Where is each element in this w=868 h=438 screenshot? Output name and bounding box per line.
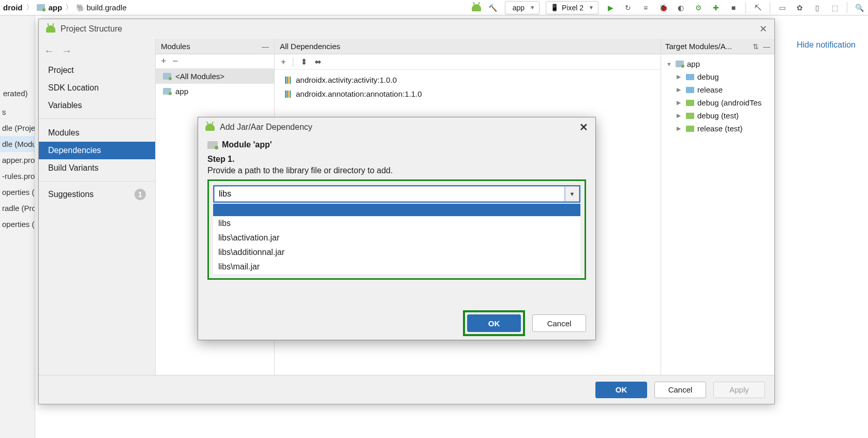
tree-item[interactable]: ▶debug (test)	[663, 109, 772, 122]
rerun-icon[interactable]: ↻	[622, 2, 634, 13]
cancel-button[interactable]: Cancel	[532, 314, 586, 332]
stop-icon[interactable]: ■	[728, 2, 739, 13]
phone-icon: 📱	[550, 4, 559, 11]
folder-icon	[37, 4, 45, 11]
forward-icon[interactable]: →	[61, 44, 73, 57]
module-item-app[interactable]: app	[156, 84, 274, 99]
suggestion-item[interactable]: libs\mail.jar	[213, 260, 580, 274]
hammer-icon[interactable]: 🔨	[487, 2, 499, 13]
device-selector[interactable]: 📱 Pixel 2 ▼	[546, 1, 598, 14]
module-item-all[interactable]: <All Modules>	[156, 69, 274, 84]
expand-all-icon[interactable]: ⬍	[301, 57, 307, 67]
module-app-label: Module 'app'	[222, 140, 272, 149]
collapse-all-icon[interactable]: ⬌	[315, 57, 321, 67]
minimize-icon[interactable]: —	[262, 42, 269, 51]
tree-row[interactable]: -rules.pro	[0, 168, 35, 184]
ok-button[interactable]: OK	[467, 314, 521, 332]
deps-header: All Dependencies	[280, 42, 340, 51]
add-dep-icon[interactable]: +	[281, 57, 286, 67]
highlighted-input-area: ▼ libs libs\activation.jar libs\addition…	[207, 179, 586, 280]
nav-build-variants[interactable]: Build Variants	[39, 159, 155, 177]
nav-suggestions[interactable]: Suggestions 1	[39, 185, 155, 204]
folder-icon	[686, 126, 694, 132]
back-icon[interactable]: ←	[43, 44, 55, 57]
run-icon[interactable]: ▶	[605, 2, 616, 13]
nav-dependencies[interactable]: Dependencies	[39, 142, 155, 159]
step-desc: Provide a path to the library file or di…	[207, 166, 586, 175]
hide-notification-link[interactable]: Hide notification	[797, 40, 856, 50]
run-config-selector[interactable]: app ▼	[505, 1, 540, 14]
debug-icon[interactable]: 🐞	[657, 2, 669, 13]
top-toolbar: droid 〉 app 〉 🐘 build.gradle 🔨 app ▼ 📱 P…	[0, 0, 868, 16]
nav-project[interactable]: Project	[39, 62, 155, 79]
attach-icon[interactable]: ⚙	[693, 2, 704, 13]
crumb-root[interactable]: droid	[3, 3, 23, 12]
tree-row[interactable]: operties (S	[0, 216, 35, 232]
project-tree-partial: erated) s dle (Proje dle (Modu apper.pro…	[0, 16, 35, 438]
nav-modules[interactable]: Modules	[39, 124, 155, 142]
targets-header: Target Modules/A...	[665, 42, 732, 51]
module-folder-icon	[207, 141, 218, 149]
tree-item[interactable]: ▶release	[663, 83, 772, 96]
dropdown-toggle-icon[interactable]: ▼	[565, 186, 579, 202]
minimize-icon[interactable]: —	[763, 42, 770, 51]
module-icon	[163, 73, 171, 80]
ps-nav: ← → Project SDK Location Variables Modul…	[39, 39, 156, 375]
ok-highlight-frame: OK	[463, 310, 525, 336]
folder-icon	[686, 87, 694, 93]
suggestion-list: libs libs\activation.jar libs\additionna…	[213, 204, 580, 274]
nav-variables[interactable]: Variables	[39, 97, 155, 114]
dep-item[interactable]: androidx.activity:activity:1.0.0	[275, 73, 661, 87]
close-icon[interactable]: ✕	[579, 121, 588, 133]
settings-icon[interactable]: ⇅	[753, 42, 759, 51]
library-path-input[interactable]	[214, 186, 565, 202]
close-icon[interactable]: ✕	[759, 23, 767, 35]
suggestion-item[interactable]: libs\additionnal.jar	[213, 245, 580, 260]
avd-icon[interactable]: ▭	[776, 2, 788, 13]
sdk-icon[interactable]: ✿	[794, 2, 805, 13]
tree-row[interactable]: apper.pro	[0, 152, 35, 168]
crumb-file[interactable]: build.gradle	[86, 3, 127, 12]
more-icon[interactable]: ✚	[710, 2, 722, 13]
suggestions-badge: 1	[134, 189, 146, 200]
nav-sdk-location[interactable]: SDK Location	[39, 79, 155, 97]
suggestion-item[interactable]: libs\activation.jar	[213, 231, 580, 245]
ps-button-row: OK Cancel Apply	[39, 375, 774, 404]
cancel-button[interactable]: Cancel	[654, 382, 706, 398]
tree-item[interactable]: ▶debug	[663, 70, 772, 83]
tree-row[interactable]: dle (Proje	[0, 120, 35, 136]
android-icon	[46, 25, 55, 33]
tree-row[interactable]: radle (Pro	[0, 200, 35, 216]
search-icon[interactable]: 🔍	[854, 2, 865, 13]
step-title: Step 1.	[207, 155, 586, 164]
ok-button[interactable]: OK	[595, 382, 647, 398]
tree-item[interactable]: ▶debug (androidTes	[663, 96, 772, 109]
breadcrumb: droid 〉 app 〉 🐘 build.gradle	[3, 3, 127, 12]
crumb-app[interactable]: app	[49, 3, 63, 12]
add-jar-aar-dialog: Add Jar/Aar Dependency ✕ Module 'app' St…	[198, 117, 596, 340]
add-module-icon[interactable]: +	[161, 56, 167, 67]
dep-item[interactable]: androidx.annotation:annotation:1.1.0	[275, 87, 661, 101]
library-icon	[285, 77, 291, 84]
remove-module-icon[interactable]: −	[173, 56, 178, 67]
ps-title: Project Structure	[61, 24, 122, 34]
android-icon[interactable]	[472, 4, 481, 11]
device-icon[interactable]: ▯	[812, 2, 823, 13]
profile-icon[interactable]: ◐	[675, 2, 686, 13]
coverage-icon[interactable]: ≡	[640, 2, 651, 13]
jar-dialog-title: Add Jar/Aar Dependency	[220, 123, 312, 132]
tree-row[interactable]: s	[0, 104, 35, 120]
tree-row[interactable]: dle (Modu	[0, 136, 35, 152]
layout-icon[interactable]: ⬚	[829, 2, 841, 13]
suggestion-item[interactable]: libs	[213, 216, 580, 231]
tree-app[interactable]: ▼app	[663, 57, 772, 70]
modules-header: Modules	[161, 42, 190, 51]
sync-icon[interactable]: ⛏	[752, 2, 764, 13]
tree-item[interactable]: ▶release (test)	[663, 122, 772, 135]
suggestion-item[interactable]	[213, 204, 580, 216]
tree-row[interactable]: operties (	[0, 184, 35, 200]
folder-icon	[686, 100, 694, 106]
module-icon	[676, 61, 684, 67]
library-icon	[285, 90, 291, 98]
module-icon	[163, 88, 171, 95]
